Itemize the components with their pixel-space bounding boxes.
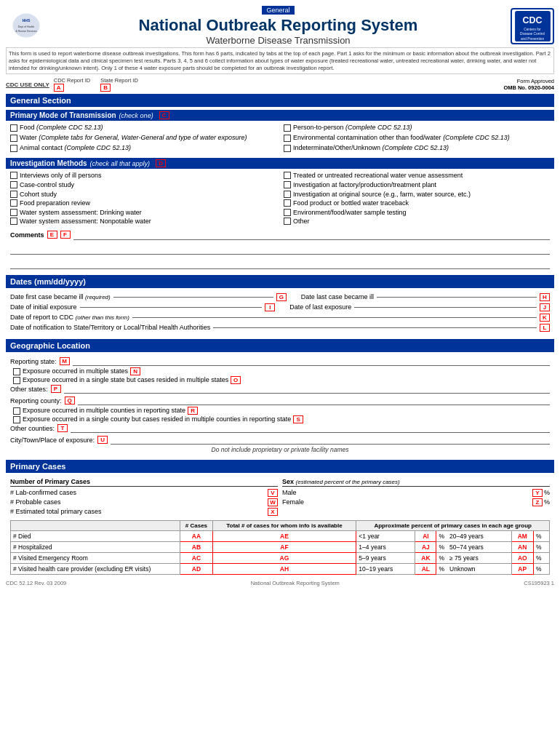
dates-grid: Date first case became ill (required) G …: [6, 291, 554, 336]
letter-s: S: [293, 415, 303, 423]
cb-inv-5[interactable]: [10, 218, 17, 225]
letter-ai: AI: [415, 530, 436, 541]
footer-center: National Outbreak Reporting System: [251, 580, 340, 586]
comments-row: Comments E F: [10, 230, 550, 240]
letter-g: G: [276, 293, 287, 301]
number-header: Number of Primary Cases: [10, 478, 278, 487]
primary-mode-header: Primary Mode of Transmission (check one)…: [6, 110, 554, 121]
city-town-label: City/Town/Place of exposure:: [10, 437, 95, 444]
cases-right: Sex (estimated percent of the primary ca…: [282, 478, 550, 517]
lab-confirmed-label: # Lab-confirmed cases: [10, 489, 76, 496]
cb-inv-9[interactable]: [284, 199, 291, 207]
animal-italic: (Complete CDC 52.13): [65, 144, 132, 151]
letter-al: AL: [415, 563, 436, 574]
reporting-county-label: Reporting county:: [10, 397, 62, 405]
cdc-report-id-label: CDC Report ID: [54, 77, 90, 84]
inv-methods-header: Investigation Methods (check all that ap…: [6, 158, 554, 169]
cases-top-grid: Number of Primary Cases # Lab-confirmed …: [10, 478, 550, 517]
dates-row-2: Date of initial exposure I Date of last …: [10, 303, 550, 311]
table-row-hospitalized: # Hospitalized AB AF 1–4 years AJ % 50–7…: [11, 541, 550, 552]
date-first-label: Date first case became ill (required): [10, 293, 111, 300]
other-counties-label: Other counties:: [10, 425, 55, 432]
reporting-county-row: Reporting county: Q: [10, 397, 550, 405]
cdc-use-only-row: CDC USE ONLY CDC Report ID A State Repor…: [6, 77, 554, 92]
checkbox-water[interactable]: [10, 135, 17, 142]
pct-male: %: [544, 489, 550, 496]
cb-inv-3[interactable]: [10, 199, 17, 207]
inv-item-5: Water system assessment: Nonpotable wate…: [10, 217, 276, 226]
cb-multiple-counties[interactable]: [13, 407, 20, 415]
cases-table-area: Number of Primary Cases # Lab-confirmed …: [6, 476, 554, 577]
estimated-label: # Estimated total primary cases: [10, 508, 102, 515]
checkbox-person[interactable]: [284, 124, 291, 132]
cb-inv-2[interactable]: [10, 191, 17, 198]
letter-ad: AD: [180, 563, 212, 574]
cdc-report-id-group: CDC Report ID A: [54, 77, 90, 92]
main-title: National Outbreak Reporting System: [46, 16, 511, 35]
person-italic: (Complete CDC 52.13): [345, 124, 412, 131]
checkbox-animal[interactable]: [10, 145, 17, 152]
state-report-id-group: State Report ID B: [100, 77, 138, 92]
cb-multiple-states[interactable]: [13, 368, 20, 375]
dates-section: Dates (mm/dd/yyyy) Date first case becam…: [6, 275, 554, 336]
food-label: Food (Complete CDC 52.13): [20, 124, 103, 132]
checkbox-food[interactable]: [10, 124, 17, 132]
other-states-label: Other states:: [10, 386, 48, 393]
footer-cdc-code: CDC 52.12 Rev. 03 2009: [6, 580, 66, 586]
multiple-states-label: Exposure occurred in multiple states: [23, 367, 128, 375]
footer: CDC 52.12 Rev. 03 2009 National Outbreak…: [6, 580, 554, 586]
cb-inv-6[interactable]: [284, 172, 291, 179]
pct-ap: %: [533, 563, 549, 574]
cb-inv-7[interactable]: [284, 181, 291, 188]
age-label-75plus: % ≥ 75 years: [436, 552, 511, 563]
letter-aa: AA: [180, 530, 212, 541]
cb-inv-4[interactable]: [10, 209, 17, 216]
single-county-row: Exposure occurred in a single county but…: [10, 415, 550, 423]
food-italic: (Complete CDC 52.13): [36, 124, 103, 131]
pct-ao: %: [533, 552, 549, 563]
inv-methods-grid: Interviews only of ill persons Case-cont…: [6, 169, 554, 228]
cb-inv-10[interactable]: [284, 209, 291, 216]
letter-ab: AB: [180, 541, 212, 552]
inv-item-7: Investigation at factory/production/trea…: [284, 180, 550, 190]
person-label: Person-to-person (Complete CDC 52.13): [293, 124, 412, 132]
svg-text:& Human Services: & Human Services: [15, 30, 36, 33]
checkbox-indeterminate[interactable]: [284, 145, 291, 152]
inv-item-10: Environment/food/water sample testing: [284, 208, 550, 218]
geo-header: Geographic Location: [6, 339, 554, 352]
primary-mode-title: Primary Mode of Transmission: [10, 111, 116, 119]
cb-single-state[interactable]: [13, 377, 20, 384]
cb-inv-11[interactable]: [284, 218, 291, 225]
svg-text:Centers for: Centers for: [524, 27, 541, 31]
cdc-use-only-label: CDC USE ONLY: [6, 81, 49, 88]
indeterminate-label: Indeterminate/Other/Unknown (Complete CD…: [293, 144, 449, 153]
col-cases-header: # Cases: [180, 520, 212, 530]
date-notification-label: Date of notification to State/Territory …: [10, 324, 210, 331]
geo-content: Reporting state: M Exposure occurred in …: [6, 355, 554, 457]
cb-inv-1[interactable]: [10, 181, 17, 188]
city-town-row: City/Town/Place of exposure: U: [10, 436, 550, 445]
letter-b: B: [100, 84, 111, 92]
private-note: Do not include proprietary or private fa…: [10, 446, 550, 453]
water-italic: (Complete tabs for General, Water-Genera…: [39, 134, 247, 141]
page: HHS Dept of Health & Human Services Gene…: [0, 0, 560, 592]
inv-methods-check-all: (check all that apply): [90, 160, 151, 167]
letter-q: Q: [65, 397, 75, 405]
letter-ak: AK: [415, 552, 436, 563]
cb-inv-8[interactable]: [284, 191, 291, 198]
cb-inv-0[interactable]: [10, 172, 17, 179]
sex-italic-text: (estimated percent of the primary cases): [296, 479, 400, 485]
single-state-label: Exposure occurred in a single state but …: [23, 376, 228, 383]
letter-u: U: [97, 436, 108, 444]
letter-f: F: [60, 231, 71, 239]
male-row: Male Y %: [282, 489, 550, 497]
footer-right-code: CS195923 1: [524, 580, 554, 586]
pct-female: %: [544, 498, 550, 506]
letter-d: D: [156, 159, 166, 167]
letter-t: T: [57, 424, 68, 432]
letter-p: P: [51, 385, 61, 393]
inv-item-11: Other: [284, 217, 550, 226]
other-states-row: Other states: P: [10, 385, 550, 394]
checkbox-environmental[interactable]: [284, 135, 291, 142]
cb-single-county[interactable]: [13, 416, 20, 423]
